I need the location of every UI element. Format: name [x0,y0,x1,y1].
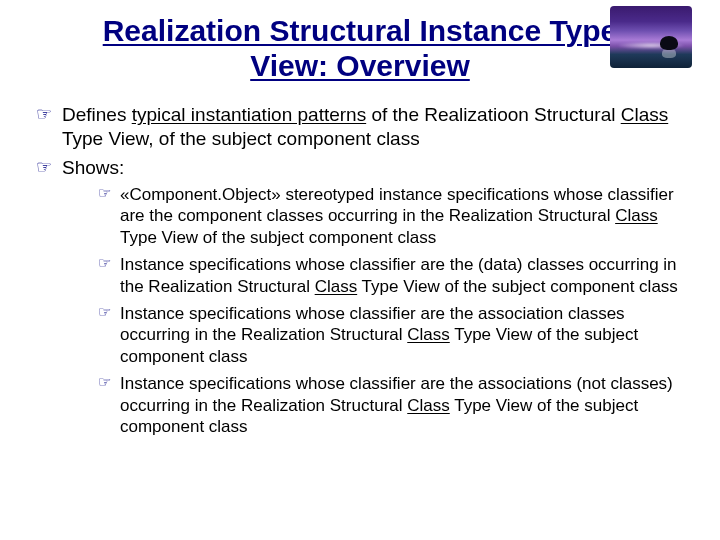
sub-bullet-2: Instance specifications whose classifier… [98,254,690,297]
title-line-1: Realization Structural Instance Type [103,14,618,47]
sub-bullet-4: Instance specifications whose classifier… [98,373,690,437]
text-underlined: Class [315,277,358,296]
bullet-defines: Defines typical instantiation patterns o… [36,103,690,152]
text: of the Realizatioon Structural [366,104,621,125]
bullet-shows: Shows: «Component.Object» stereotyped in… [36,156,690,438]
slide: Realization Structural Instance Type Vie… [0,0,720,540]
text: Shows: [62,157,124,178]
text: Type View, of the subject component clas… [62,128,420,149]
top-bullet-list: Defines typical instantiation patterns o… [30,103,690,437]
slide-title: Realization Structural Instance Type Vie… [80,14,640,83]
text: Type View of the subject component class [120,228,436,247]
decorative-image [610,6,692,68]
text: Defines [62,104,132,125]
text-underlined: Class [615,206,658,225]
text-underlined: Class [621,104,669,125]
sub-bullet-list: «Component.Object» stereotyped instance … [62,184,690,437]
sub-bullet-1: «Component.Object» stereotyped instance … [98,184,690,248]
text: Type View of the subject component class [357,277,678,296]
title-line-2: View: Overview [250,49,470,82]
text-underlined: Class [407,396,450,415]
text-underlined: Class [407,325,450,344]
text-underlined: typical instantiation patterns [132,104,366,125]
sub-bullet-3: Instance specifications whose classifier… [98,303,690,367]
text: «Component.Object» stereotyped instance … [120,185,674,225]
